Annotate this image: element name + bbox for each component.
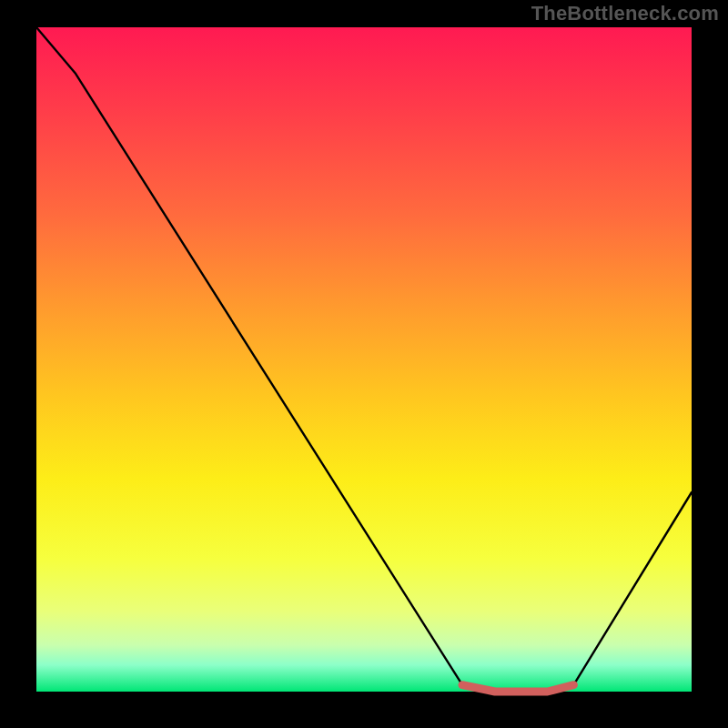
gradient-plot-area [36,27,692,692]
chart-frame: TheBottleneck.com [0,0,728,728]
bottleneck-curve [36,27,692,692]
watermark-text: TheBottleneck.com [531,2,719,25]
curve-layer [36,27,692,692]
flat-minimum-highlight [462,685,573,692]
